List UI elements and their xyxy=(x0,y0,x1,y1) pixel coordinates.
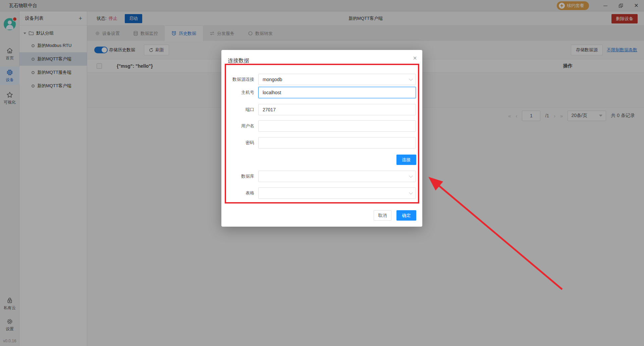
form-row-database: 数据库 xyxy=(221,171,422,182)
datasource-value: mongodb xyxy=(263,77,282,82)
field-label: 表格 xyxy=(221,190,254,196)
chevron-down-icon xyxy=(409,77,413,81)
field-label: 主机号 xyxy=(221,90,254,96)
database-select[interactable] xyxy=(258,171,416,182)
chevron-down-icon xyxy=(409,174,413,178)
form-row-port: 端口 xyxy=(221,104,422,115)
field-label: 数据源连接 xyxy=(221,76,254,82)
cancel-button[interactable]: 取消 xyxy=(374,210,391,221)
form-row-host: 主机号 xyxy=(221,87,422,98)
field-label: 密码 xyxy=(221,140,254,146)
field-label: 数据库 xyxy=(221,173,254,179)
ok-button[interactable]: 确定 xyxy=(396,210,416,221)
password-input[interactable] xyxy=(263,137,412,148)
port-field-wrap xyxy=(258,104,416,115)
username-field-wrap xyxy=(258,120,416,132)
form-row-username: 用户名 xyxy=(221,120,422,132)
dialog-title: 连接数据 xyxy=(228,57,249,64)
password-field-wrap xyxy=(258,137,416,149)
field-label: 端口 xyxy=(221,107,254,113)
form-row-datasource: 数据源连接 mongodb xyxy=(221,74,422,85)
port-input[interactable] xyxy=(263,104,412,115)
username-input[interactable] xyxy=(263,121,412,131)
table-select[interactable] xyxy=(258,187,416,199)
connect-button[interactable]: 连接 xyxy=(396,155,416,165)
form-row-password: 密码 xyxy=(221,137,422,149)
dialog-footer: 取消 确定 xyxy=(374,210,416,221)
dialog-close-button[interactable]: × xyxy=(413,55,417,61)
chevron-down-icon xyxy=(409,191,413,194)
connect-data-dialog: 连接数据 × 数据源连接 mongodb 主机号 端口 用户名 密码 连接 数据… xyxy=(221,50,422,227)
host-input[interactable] xyxy=(263,87,412,98)
datasource-select[interactable]: mongodb xyxy=(258,74,416,85)
host-field-wrap xyxy=(258,87,416,98)
field-label: 用户名 xyxy=(221,123,254,129)
form-row-table: 表格 xyxy=(221,187,422,199)
